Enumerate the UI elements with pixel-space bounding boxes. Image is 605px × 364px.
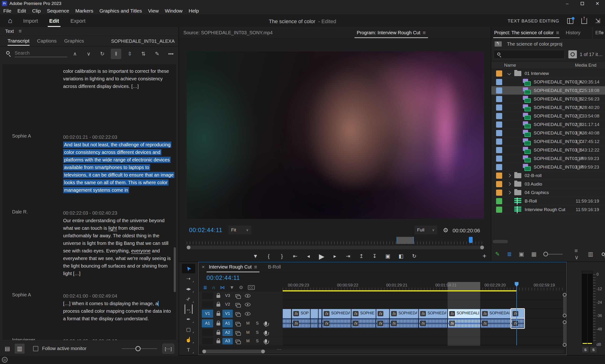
timeline-timecode[interactable]: 00:02:44:11: [206, 274, 240, 281]
project-item-row[interactable]: SOPHIEDALE_INT03_S 13:43:12:22: [491, 146, 605, 154]
timeline-lanes[interactable]: fx SOPHI: [283, 291, 564, 346]
menu-item[interactable]: File: [3, 8, 11, 14]
expand-chevron-icon[interactable]: [507, 174, 511, 178]
lane-a2[interactable]: [283, 328, 564, 337]
export-frame-button[interactable]: ▣: [385, 253, 391, 259]
sequence-tab-active[interactable]: Interview Rough Cut ≡: [205, 261, 261, 273]
audio-clip[interactable]: fx: [322, 319, 351, 328]
source-patch[interactable]: [202, 329, 213, 336]
menu-item[interactable]: Clip: [32, 8, 41, 14]
expand-chevron-icon[interactable]: [507, 182, 511, 186]
workspaces-icon[interactable]: [567, 18, 573, 24]
source-patch[interactable]: A1: [202, 319, 213, 327]
source-patch[interactable]: [202, 301, 213, 308]
transcript-scrollbar[interactable]: [174, 247, 176, 292]
menu-item[interactable]: Edit: [17, 8, 26, 14]
menu-item[interactable]: Sequence: [47, 8, 69, 14]
button-editor-add-button[interactable]: +: [483, 252, 486, 260]
expand-chevron-icon[interactable]: [507, 72, 511, 75]
mark-out-button[interactable]: }: [279, 253, 285, 259]
selected-text[interactable]: And last but not least, the challenge of…: [63, 142, 174, 193]
ripple-edit-tool[interactable]: ◂▸: [182, 284, 195, 294]
program-mini-ruler[interactable]: [187, 238, 484, 244]
sync-lock-icon[interactable]: [235, 322, 240, 325]
close-button[interactable]: ✕: [590, 0, 605, 7]
lane-a3[interactable]: [283, 337, 564, 345]
video-clip[interactable]: fx: [511, 309, 524, 318]
scroll-handle-right[interactable]: [480, 246, 484, 249]
underlined-word[interactable]: everyone: [131, 248, 151, 253]
project-item-row[interactable]: SOPHIEDALE_INT03_C 13:47:45:12: [491, 137, 605, 146]
project-item-row[interactable]: SOPHIEDALE_INT02_A 13:28:40:20: [491, 103, 605, 112]
follow-active-monitor-checkbox[interactable]: [33, 346, 38, 351]
video-clip[interactable]: fx SOPHIEDALE_: [448, 309, 480, 318]
selection-tool[interactable]: ➤: [182, 264, 195, 273]
transcript-tab[interactable]: Transcript: [8, 36, 29, 46]
video-clip[interactable]: fx: [376, 309, 389, 318]
item-name[interactable]: SOPHIEDALE_INT03_A: [534, 130, 582, 136]
video-clip[interactable]: [283, 309, 291, 318]
panel-menu-icon[interactable]: ≡: [254, 264, 257, 270]
slip-tool[interactable]: ↔: [185, 304, 193, 314]
project-item-row[interactable]: 03 Audio: [491, 180, 605, 188]
video-clip[interactable]: fx SOPHIEDAL: [390, 309, 418, 318]
sync-lock-icon[interactable]: [235, 312, 240, 315]
pen-tool[interactable]: ✒: [182, 315, 195, 324]
voiceover-record-icon[interactable]: [265, 331, 267, 335]
scroll-handle[interactable]: [563, 343, 566, 347]
project-item-row[interactable]: SOPHIEDALE_INT02_S 13:31:17:14: [491, 120, 605, 129]
timeline-hscrollbar[interactable]: [202, 350, 564, 353]
source-patch[interactable]: [202, 338, 213, 344]
item-name[interactable]: SOPHIEDALE_INT03_S: [534, 147, 582, 153]
track-target-toggle[interactable]: V3: [222, 292, 233, 299]
project-item-row[interactable]: SOPHIEDALE_INT01_iP 11:59:59:23: [491, 154, 605, 163]
scroll-handle-left[interactable]: [202, 350, 206, 353]
item-name[interactable]: SOPHIEDALE_INT02_A: [534, 105, 582, 110]
lift-button[interactable]: ↥: [358, 253, 364, 259]
project-item-row[interactable]: SOPHIEDALE_INT02_C 13:33:54:08: [491, 112, 605, 120]
solo-button[interactable]: S: [256, 321, 258, 326]
video-clip[interactable]: fx SOPHIEDA: [322, 309, 351, 318]
collapse-all-icon[interactable]: ⇅: [138, 49, 149, 59]
project-tab[interactable]: Project: The science of color ≡: [491, 27, 562, 39]
panel-menu-icon[interactable]: ≡: [423, 30, 426, 36]
item-name[interactable]: 04 Graphics: [525, 190, 549, 195]
slider-knob[interactable]: [543, 252, 548, 257]
thumbnail-zoom-slider[interactable]: [544, 254, 563, 255]
project-search-input[interactable]: [494, 50, 565, 59]
close-sequence-icon[interactable]: ×: [202, 264, 205, 270]
track-select-forward-tool[interactable]: ⇢: [182, 274, 195, 283]
program-monitor-tab[interactable]: Program: Interview Rough Cut ≡: [353, 27, 430, 39]
speaker-label[interactable]: Sophie A: [12, 292, 31, 298]
track-lock-icon[interactable]: [217, 340, 220, 343]
item-name[interactable]: B-Roll: [525, 198, 537, 204]
track-lock-icon[interactable]: [217, 332, 220, 335]
playback-resolution-select[interactable]: Full∨: [414, 225, 438, 235]
label-chip[interactable]: [496, 104, 502, 111]
sort-button[interactable]: ≡ ∨: [575, 247, 580, 261]
label-chip[interactable]: [496, 70, 502, 77]
mute-button[interactable]: M: [246, 339, 250, 343]
label-chip[interactable]: [496, 164, 502, 170]
project-item-row[interactable]: SOPHIEDALE_INT01_S 13:22:56:23: [491, 95, 605, 103]
extract-button[interactable]: ↧: [372, 253, 378, 259]
lane-v2[interactable]: [283, 300, 564, 309]
menu-item[interactable]: Markers: [75, 8, 93, 14]
audio-clip[interactable]: [310, 319, 318, 328]
track-output-eye-icon[interactable]: [245, 303, 250, 306]
navigate-up-icon[interactable]: [495, 41, 502, 47]
solo-button[interactable]: S: [256, 330, 258, 335]
speaker-label[interactable]: Interviewer: [12, 337, 35, 340]
project-item-row[interactable]: 01 Interview: [491, 69, 605, 78]
go-to-in-button[interactable]: ⇤: [292, 253, 298, 259]
label-chip[interactable]: [496, 172, 502, 179]
track-target-toggle[interactable]: A3: [222, 338, 233, 344]
video-clip[interactable]: fx SOPHIEDA: [419, 309, 447, 318]
captions-button[interactable]: CC: [248, 285, 255, 290]
project-item-row[interactable]: B-Roll 11:59:16:19: [491, 197, 605, 205]
history-tab[interactable]: History: [563, 27, 583, 39]
track-target-toggle[interactable]: A1: [222, 319, 233, 327]
find-in-bin-icon[interactable]: [568, 50, 577, 58]
text-panel-tab[interactable]: Text: [5, 29, 14, 34]
speaker-label[interactable]: Sophie A: [12, 133, 31, 139]
